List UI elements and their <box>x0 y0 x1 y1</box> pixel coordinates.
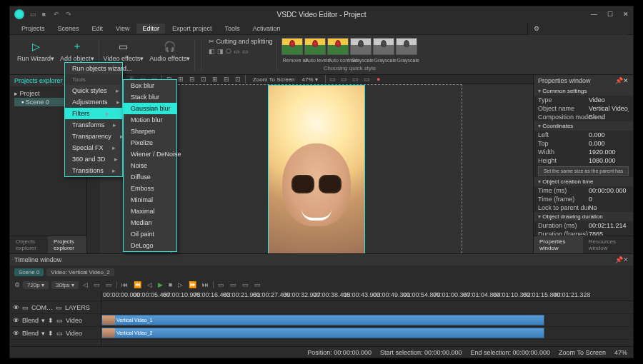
prop-button[interactable]: Set the same size as the parent has <box>538 166 629 176</box>
prop-row[interactable]: Object nameVertical Video_2 <box>534 104 633 113</box>
align-icon[interactable]: ⊡ <box>199 75 208 84</box>
filter-box-blur[interactable]: Box blur <box>124 80 176 91</box>
prop-row[interactable]: Time (frame)0 <box>534 195 633 203</box>
track-header[interactable]: 👁Blend▾⬍▭Video <box>10 314 101 327</box>
menu-projects[interactable]: Projects <box>16 24 51 34</box>
prop-row[interactable]: Left0.000 <box>534 131 633 139</box>
tool-icon[interactable]: ▭ <box>363 75 372 84</box>
filter-oil-paint[interactable]: Oil paint <box>124 228 176 240</box>
close-panel-icon[interactable]: ✕ <box>623 77 629 84</box>
style-thumb[interactable]: Grayscale <box>350 38 372 55</box>
prop-row[interactable]: Duration (frames)7865 <box>534 230 633 236</box>
prop-row[interactable]: Top0.000 <box>534 139 633 148</box>
filters-submenu[interactable]: Box blurStack blurGaussian blurMotion bl… <box>123 79 177 252</box>
filter-sharpen[interactable]: Sharpen <box>124 126 176 137</box>
timeline-video-tab[interactable]: Video: Vertical Video_2 <box>46 268 114 276</box>
prop-row[interactable]: TypeVideo <box>534 96 633 104</box>
prop-section[interactable]: Object drawing duration <box>534 212 633 221</box>
close-icon[interactable]: ✕ <box>623 11 629 18</box>
resolution-select[interactable]: 720p ▾ <box>23 281 49 289</box>
step-back-icon[interactable]: ⏪ <box>132 281 143 288</box>
tool-icon[interactable]: ⎔ <box>226 48 231 55</box>
play-icon[interactable]: ▶ <box>156 281 164 288</box>
align-icon[interactable]: ⊞ <box>176 75 185 84</box>
filter-minimal[interactable]: Minimal <box>124 194 176 206</box>
filter-emboss[interactable]: Emboss <box>124 183 176 194</box>
pin-icon[interactable]: 📌 <box>615 77 623 84</box>
menu-item-adjustments[interactable]: Adjustments <box>65 96 122 108</box>
align-icon[interactable]: ⊞ <box>211 75 219 84</box>
gear-icon[interactable]: ⚙ <box>14 281 20 288</box>
tab-properties[interactable]: Properties window <box>534 236 583 253</box>
style-thumb[interactable]: Remove all <box>281 38 303 55</box>
align-icon[interactable]: ⊟ <box>188 75 196 84</box>
filter-pixelize[interactable]: Pixelize <box>124 137 176 148</box>
prop-section[interactable]: Coordinates <box>534 121 633 131</box>
tab-projects-explorer[interactable]: Projects explorer <box>48 236 86 253</box>
close-panel-icon[interactable]: ✕ <box>623 256 629 263</box>
skip-start-icon[interactable]: ⏮ <box>120 281 129 288</box>
tool-icon[interactable]: ▭ <box>104 281 114 288</box>
minimize-icon[interactable]: — <box>591 11 597 18</box>
fps-select[interactable]: 30fps ▾ <box>51 281 79 289</box>
prop-row[interactable]: Time (ms)00:00:00.000 <box>534 186 633 195</box>
style-thumb[interactable]: Grayscale <box>396 38 417 55</box>
timeline-tracks[interactable]: 00:00:00.00000:00:05.48700:00:10.97500:0… <box>101 291 633 346</box>
filter-gaussian-blur[interactable]: Gaussian blur <box>124 103 176 114</box>
menu-activation[interactable]: Activation <box>246 24 286 34</box>
frame-fwd-icon[interactable]: ▷ <box>176 281 184 288</box>
timeline-ruler[interactable]: 00:00:00.00000:00:05.48700:00:10.97500:0… <box>101 291 633 301</box>
menu-export-project[interactable]: Export project <box>166 24 218 34</box>
tool-icon[interactable]: ▭ <box>229 281 238 288</box>
menu-item-quick-styles[interactable]: Quick styles <box>65 85 122 96</box>
align-icon[interactable]: ⊟ <box>222 75 231 84</box>
prev-icon[interactable]: ◁ <box>81 281 89 288</box>
menu-item-transparency[interactable]: Transparency <box>65 131 122 142</box>
zoom-value[interactable]: 47% ▾ <box>302 76 318 83</box>
filter-delogo[interactable]: DeLogo <box>124 240 176 251</box>
pin-icon[interactable]: 📌 <box>615 256 623 263</box>
menu-item-filters[interactable]: Filters <box>65 108 122 119</box>
qa-icon[interactable]: ▭ <box>30 11 37 18</box>
tool-icon[interactable]: ⬍ <box>48 330 54 337</box>
tool-icon[interactable]: ▭ <box>56 304 62 311</box>
align-icon[interactable]: ⊡ <box>234 75 242 84</box>
menu-scenes[interactable]: Scenes <box>52 24 85 34</box>
tool-icon[interactable]: ◧ <box>209 48 215 55</box>
style-thumb[interactable]: Grayscale <box>373 38 394 55</box>
maximize-icon[interactable]: ☐ <box>607 11 613 18</box>
menu-tools[interactable]: Tools <box>219 24 245 34</box>
filter-maximal[interactable]: Maximal <box>124 206 176 217</box>
video-frame[interactable] <box>171 84 462 253</box>
box-icon[interactable]: ▭ <box>22 304 29 311</box>
menu-item-special-fx[interactable]: Special FX <box>65 142 122 153</box>
tool-icon[interactable]: ▭ <box>234 48 240 55</box>
skip-end-icon[interactable]: ⏭ <box>201 281 210 288</box>
tool-icon[interactable]: ▭ <box>92 281 101 288</box>
frame-back-icon[interactable]: ◁ <box>146 281 154 288</box>
tool-icon[interactable]: ▭ <box>329 75 337 84</box>
tool-icon[interactable]: ▭ <box>241 281 250 288</box>
menu-edit[interactable]: Edit <box>86 24 109 34</box>
timeline-clip[interactable]: Vertical Video_1 <box>101 315 544 325</box>
menu-item-transitions[interactable]: Transitions <box>65 165 122 176</box>
tab-resources[interactable]: Resources window <box>583 236 633 253</box>
qa-icon[interactable]: ■ <box>42 11 49 18</box>
tool-icon[interactable]: ▭ <box>340 75 349 84</box>
tool-icon[interactable]: ▭ <box>352 75 360 84</box>
timeline-track[interactable]: Vertical Video_1 <box>101 314 633 327</box>
tool-icon[interactable]: ▭ <box>242 48 249 55</box>
style-thumb[interactable]: Auto contrast <box>327 38 349 55</box>
filter-noise[interactable]: Noise <box>124 160 176 171</box>
menu-item[interactable]: Run objects wizard... <box>65 63 122 74</box>
timeline-clip[interactable]: Vertical Video_2 <box>101 328 544 338</box>
prop-row[interactable]: Lock to parent durat.No <box>534 203 633 212</box>
tool-icon[interactable]: ▾ <box>41 317 45 324</box>
menu-item-360-and-3d[interactable]: 360 and 3D <box>65 153 122 165</box>
prop-section[interactable]: Object creation time <box>534 177 633 186</box>
tab-objects-explorer[interactable]: Objects explorer <box>10 236 48 253</box>
gear-icon[interactable]: ⚙ <box>528 24 627 34</box>
prop-row[interactable]: Composition modeBlend <box>534 113 633 121</box>
menu-editor[interactable]: Editor <box>136 24 165 34</box>
qa-icon[interactable]: ↷ <box>66 11 73 18</box>
